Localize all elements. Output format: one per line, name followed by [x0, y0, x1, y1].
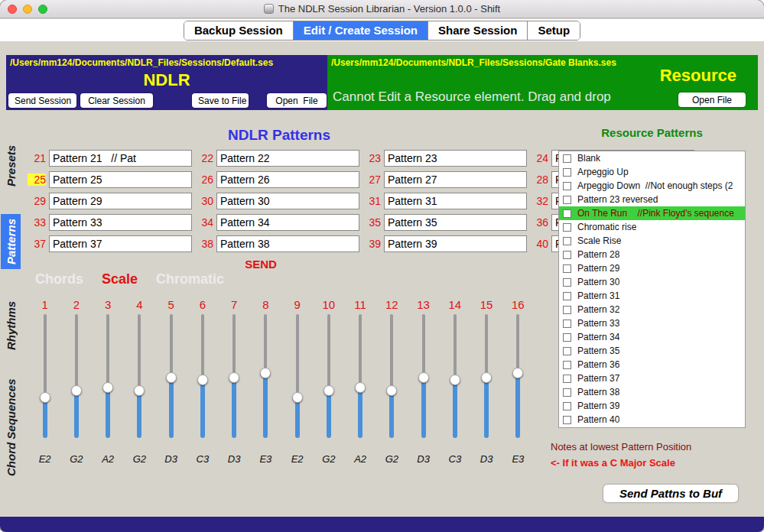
pattern-checkbox[interactable]	[563, 237, 571, 245]
slider-track[interactable]	[260, 314, 271, 438]
pattern-number[interactable]: 32	[530, 195, 548, 207]
pattern-name-field[interactable]	[384, 235, 527, 252]
slider-track[interactable]	[197, 314, 208, 438]
pattern-number[interactable]: 31	[362, 195, 381, 207]
mode-chromatic[interactable]: Chromatic	[156, 271, 224, 287]
slider-thumb[interactable]	[40, 392, 50, 403]
pattern-number[interactable]: 37	[28, 238, 46, 250]
minimize-button[interactable]	[23, 5, 32, 14]
save-to-file-button[interactable]: Save to File	[192, 93, 249, 108]
mode-scale[interactable]: Scale	[102, 271, 138, 287]
pattern-name-field[interactable]	[216, 171, 359, 188]
resource-pattern-item[interactable]: Pattern 36	[559, 358, 745, 371]
pattern-number[interactable]: 26	[195, 174, 213, 186]
zoom-button[interactable]	[38, 5, 47, 14]
sidebar-tab-chord-sequences[interactable]: Chord Sequences	[1, 362, 21, 492]
slider-track[interactable]	[355, 314, 366, 438]
pattern-name-field[interactable]	[49, 150, 192, 167]
pattern-number[interactable]: 39	[362, 238, 381, 250]
pattern-name-field[interactable]	[384, 193, 527, 209]
slider-track[interactable]	[40, 314, 50, 438]
resource-pattern-item[interactable]: Pattern 28	[559, 248, 745, 261]
resource-open-file-button[interactable]: Open File	[678, 92, 746, 107]
pattern-number[interactable]: 27	[362, 174, 381, 186]
slider-thumb[interactable]	[229, 372, 239, 383]
pattern-checkbox[interactable]	[563, 182, 571, 190]
pattern-checkbox[interactable]	[563, 278, 571, 287]
slider-thumb[interactable]	[166, 372, 177, 383]
pattern-checkbox[interactable]	[563, 251, 571, 259]
slider-thumb[interactable]	[386, 385, 397, 396]
resource-pattern-item[interactable]: Pattern 23 reversed	[559, 193, 745, 206]
pattern-checkbox[interactable]	[563, 375, 571, 383]
pattern-number[interactable]: 28	[530, 174, 548, 186]
pattern-name-field[interactable]	[49, 193, 192, 209]
sidebar-tab-presets[interactable]: Presets	[1, 139, 21, 193]
pattern-checkbox[interactable]	[563, 347, 571, 355]
pattern-checkbox[interactable]	[563, 292, 571, 300]
slider-thumb[interactable]	[512, 368, 523, 378]
pattern-name-field[interactable]	[216, 235, 359, 252]
tab-share-session[interactable]: Share Session	[428, 21, 527, 40]
resource-pattern-item[interactable]: Pattern 31	[559, 289, 745, 303]
pattern-number[interactable]: 33	[28, 216, 46, 229]
pattern-checkbox[interactable]	[563, 223, 571, 232]
pattern-name-field[interactable]	[49, 171, 192, 188]
pattern-number[interactable]: 40	[530, 238, 548, 250]
pattern-checkbox[interactable]	[563, 388, 571, 397]
pattern-checkbox[interactable]	[563, 264, 571, 273]
pattern-checkbox[interactable]	[563, 306, 571, 314]
pattern-number[interactable]: 23	[362, 152, 381, 164]
tab-setup[interactable]: Setup	[527, 21, 580, 40]
slider-track[interactable]	[71, 314, 82, 438]
slider-track[interactable]	[386, 314, 397, 438]
pattern-checkbox[interactable]	[563, 154, 571, 163]
pattern-checkbox[interactable]	[563, 416, 571, 424]
slider-track[interactable]	[229, 314, 239, 438]
resource-pattern-item[interactable]: On The Run //Pink Floyd's sequence	[559, 206, 745, 220]
pattern-number[interactable]: 29	[28, 195, 46, 207]
slider-track[interactable]	[418, 314, 429, 438]
slider-thumb[interactable]	[323, 385, 334, 396]
pattern-number[interactable]: 25	[28, 174, 46, 186]
slider-thumb[interactable]	[355, 382, 366, 393]
resource-pattern-item[interactable]: Pattern 32	[559, 303, 745, 316]
resource-pattern-item[interactable]: Pattern 34	[559, 330, 745, 344]
pattern-number[interactable]: 22	[195, 152, 213, 164]
slider-thumb[interactable]	[71, 385, 82, 396]
pattern-number[interactable]: 38	[195, 238, 213, 250]
pattern-checkbox[interactable]	[563, 361, 571, 369]
pattern-name-field[interactable]	[216, 193, 359, 209]
resource-pattern-item[interactable]: Pattern 30	[559, 275, 745, 289]
resource-pattern-item[interactable]: Arpeggio Down //Not enough steps (2	[559, 179, 745, 193]
resource-pattern-item[interactable]: Pattern 37	[559, 371, 745, 385]
pattern-name-field[interactable]	[49, 235, 192, 252]
sidebar-tab-rhythms[interactable]: Rhythms	[1, 297, 21, 355]
pattern-checkbox[interactable]	[563, 402, 571, 410]
pattern-name-field[interactable]	[384, 171, 527, 188]
resource-pattern-item[interactable]: Scale Rise	[559, 234, 745, 248]
resource-pattern-item[interactable]: Pattern 29	[559, 261, 745, 275]
pattern-checkbox[interactable]	[563, 196, 571, 204]
pattern-name-field[interactable]	[384, 150, 527, 167]
pattern-name-field[interactable]	[49, 214, 192, 231]
resource-pattern-item[interactable]: Pattern 38	[559, 385, 745, 399]
slider-track[interactable]	[166, 314, 177, 438]
slider-thumb[interactable]	[260, 368, 271, 378]
slider-track[interactable]	[292, 314, 303, 438]
sidebar-tab-patterns[interactable]: Patterns	[1, 214, 21, 269]
slider-thumb[interactable]	[102, 382, 113, 393]
pattern-name-field[interactable]	[384, 214, 527, 231]
pattern-number[interactable]: 24	[530, 152, 548, 164]
slider-track[interactable]	[450, 314, 460, 438]
resource-pattern-item[interactable]: Pattern 39	[559, 399, 745, 413]
pattern-checkbox[interactable]	[563, 333, 571, 342]
pattern-checkbox[interactable]	[563, 320, 571, 328]
close-button[interactable]	[8, 5, 17, 14]
slider-track[interactable]	[323, 314, 334, 438]
tab-edit-create-session[interactable]: Edit / Create Session	[293, 21, 428, 40]
pattern-number[interactable]: 34	[195, 216, 213, 229]
pattern-number[interactable]: 30	[195, 195, 213, 207]
slider-track[interactable]	[134, 314, 145, 438]
pattern-number[interactable]: 35	[362, 216, 381, 229]
